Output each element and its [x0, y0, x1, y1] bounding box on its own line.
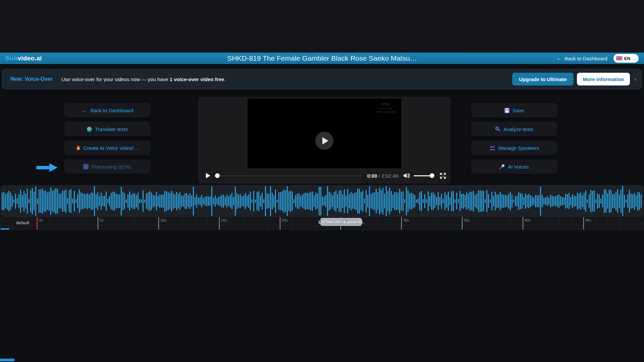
timeline-tick-label: 30s: [403, 218, 409, 222]
button-label: Back to Dashboard: [91, 108, 133, 113]
timeline-major-tick: [98, 217, 98, 230]
timeline-tick-label: 20s: [282, 218, 288, 222]
seek-track: [217, 175, 362, 176]
timeline-gridline: [450, 217, 450, 230]
timeline-gridline: [243, 217, 244, 230]
globe-icon: [87, 127, 92, 132]
back-link-label: Back to Dashboard: [565, 56, 607, 61]
create-ai-voice-video-button[interactable]: Create AI Voice Video/…: [64, 141, 150, 155]
translate-texts-button[interactable]: Translate texts: [64, 122, 150, 136]
waveform-canvas: [1, 186, 643, 217]
timeline-gridline: [268, 217, 268, 230]
audio-waveform[interactable]: [1, 185, 643, 217]
timeline-major-tick: [158, 217, 159, 230]
banner-buttons: Upgrade to Ultimate More information: [512, 73, 630, 85]
watermark-studio: ATTACKERS: [375, 110, 396, 114]
arrow-shaft: [36, 166, 49, 169]
video-player: IPPA 010054 ATTACKERS 0:00 / 2:02:48: [199, 97, 450, 183]
watermark-logo-text: IPPA: [375, 103, 396, 107]
timeline-gridline: [304, 217, 304, 230]
watermark-number: 010054: [375, 107, 396, 110]
volume-slider[interactable]: [414, 173, 434, 178]
page-scrollbar-thumb[interactable]: [0, 359, 14, 361]
save-button[interactable]: Save: [471, 103, 557, 117]
app-logo[interactable]: Subvideo.ai: [5, 55, 42, 62]
timeline-gridline: [365, 217, 365, 230]
play-button[interactable]: [206, 173, 210, 178]
timeline-major-tick: [523, 217, 523, 230]
fullscreen-icon[interactable]: [440, 173, 446, 179]
timeline-gridline: [389, 217, 389, 230]
timeline-gridline: [73, 217, 74, 230]
video-watermark: IPPA 010054 ATTACKERS: [375, 103, 396, 114]
header-right-group: ← Back to Dashboard EN ⌄: [556, 54, 639, 63]
timeline-major-tick: [583, 217, 584, 230]
timeline-gridline: [607, 217, 608, 230]
timeline-gridline: [134, 217, 135, 230]
timeline-gridline: [86, 217, 86, 230]
button-label: Manage Speakers: [498, 145, 539, 151]
playhead[interactable]: [37, 217, 38, 230]
timeline-gridline: [316, 217, 317, 230]
timeline-gridline: [486, 217, 486, 230]
ai-voices-button[interactable]: AI Voices: [471, 160, 557, 174]
timeline-gridline: [595, 217, 596, 230]
timeline-gridline: [559, 217, 559, 230]
processing-button[interactable]: ↓ Processing (62%): [64, 160, 150, 174]
save-icon: [504, 108, 509, 113]
back-to-dashboard-button[interactable]: ← Back to Dashboard: [64, 103, 150, 117]
timeline-gridline: [571, 217, 572, 230]
timeline-major-tick: [462, 217, 463, 230]
button-label: Processing (62%): [92, 164, 131, 170]
timeline-gridline: [377, 217, 377, 230]
banner-close-icon[interactable]: ×: [634, 76, 637, 82]
subtitle-tooltip: Let me check your ID.: [320, 218, 362, 226]
upgrade-button[interactable]: Upgrade to Ultimate: [512, 73, 574, 85]
manage-speakers-button[interactable]: Manage Speakers: [471, 141, 557, 155]
timeline-gridline: [535, 217, 535, 230]
timeline-tick-label: 0s: [39, 218, 43, 222]
arrow-head: [49, 163, 58, 172]
analyze-texts-button[interactable]: Analyze texts: [471, 122, 557, 136]
timeline-gridline: [425, 217, 426, 230]
timeline-major-tick: [280, 217, 280, 230]
back-to-dashboard-link[interactable]: ← Back to Dashboard: [556, 55, 607, 62]
button-label: Analyze texts: [503, 126, 533, 132]
microphone-icon: [499, 164, 505, 169]
button-label: AI Voices: [508, 164, 529, 170]
timeline-major-tick: [340, 217, 341, 230]
timeline-track[interactable]: default Let me check your ID. 0s5s10s15s…: [0, 217, 644, 230]
language-selector[interactable]: EN ⌄: [613, 54, 639, 63]
timeline-gridline: [61, 217, 61, 230]
pointer-arrow-indicator: [36, 163, 58, 172]
more-information-button[interactable]: More information: [577, 73, 630, 85]
seek-bar[interactable]: [215, 173, 362, 178]
timeline-gridline: [122, 217, 122, 230]
timeline-gridline: [474, 217, 474, 230]
logo-prefix: Sub: [5, 55, 18, 62]
volume-icon[interactable]: [403, 173, 410, 179]
video-title: SHKD-819 The Female Gambler Black Rose S…: [227, 54, 417, 62]
back-icon: ←: [82, 107, 88, 113]
speakers-icon: [489, 146, 495, 150]
voiceover-banner: New: Voice-Over Use voice-over for your …: [2, 69, 642, 89]
play-overlay-button[interactable]: [315, 132, 333, 150]
timeline-tick-label: 25s: [342, 218, 348, 222]
seek-handle[interactable]: [215, 173, 220, 178]
volume-track: [414, 175, 432, 176]
timeline-scrollbar-thumb[interactable]: [1, 228, 9, 230]
volume-handle[interactable]: [430, 173, 434, 178]
timeline-tick-label: 40s: [525, 218, 531, 222]
timeline-gridline: [413, 217, 414, 230]
top-header: Subvideo.ai SHKD-819 The Female Gambler …: [0, 53, 644, 64]
chevron-down-icon: ⌄: [632, 56, 635, 61]
fire-icon: [76, 145, 80, 150]
download-icon: ↓: [83, 164, 89, 169]
timeline-gridline: [170, 217, 171, 230]
timeline-gridline: [620, 217, 620, 230]
button-label: Create AI Voice Video/…: [84, 145, 139, 151]
language-label: EN: [624, 56, 630, 61]
timeline-gridline: [146, 217, 147, 230]
magnifier-icon: [495, 126, 500, 132]
play-icon: [322, 137, 328, 144]
